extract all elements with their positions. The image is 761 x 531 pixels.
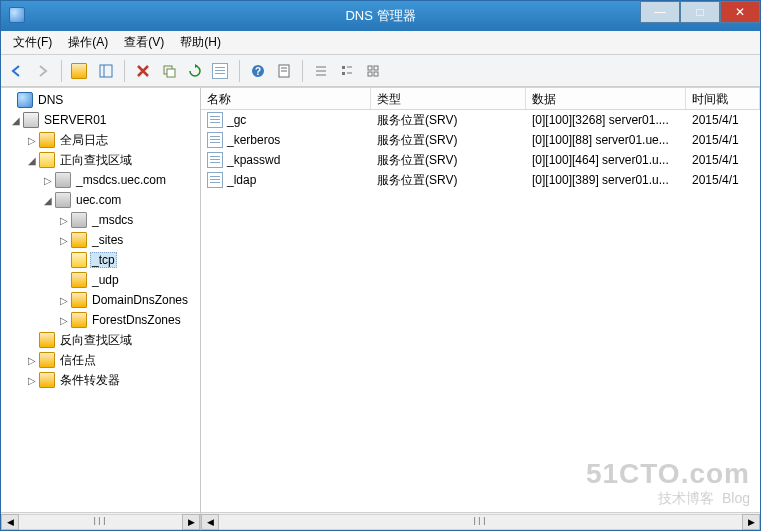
up-button[interactable]	[68, 59, 92, 83]
minimize-icon: —	[654, 5, 666, 19]
cell-ts: 2015/4/1	[686, 153, 760, 167]
scroll-left-button[interactable]: ◀	[1, 514, 19, 530]
tree-node-fwd-zone[interactable]: ◢正向查找区域	[1, 150, 200, 170]
tree-node-msdcs[interactable]: ▷_msdcs	[1, 210, 200, 230]
dns-icon	[17, 92, 33, 108]
tree-view[interactable]: DNS ◢SERVER01 ▷全局日志 ◢正向查找区域 ▷_msdcs.uec.…	[1, 88, 200, 512]
cell-name: _kerberos	[201, 132, 371, 148]
tree-node-global-log[interactable]: ▷全局日志	[1, 130, 200, 150]
cell-data: [0][100][389] server01.u...	[526, 173, 686, 187]
tree-node-tcp[interactable]: _tcp	[1, 250, 200, 270]
twister-icon[interactable]: ◢	[25, 155, 39, 166]
help-button[interactable]: ?	[246, 59, 270, 83]
menu-action[interactable]: 操作(A)	[62, 32, 114, 53]
twister-icon[interactable]: ▷	[57, 235, 71, 246]
cell-data: [0][100][88] server01.ue...	[526, 133, 686, 147]
tree-label: 信任点	[58, 352, 98, 369]
cell-type: 服务位置(SRV)	[371, 112, 526, 129]
menu-help[interactable]: 帮助(H)	[174, 32, 227, 53]
tree-label: _sites	[90, 233, 125, 247]
title-bar[interactable]: DNS 管理器 — □ ✕	[1, 1, 760, 31]
folder-icon	[39, 332, 55, 348]
tree-node-rev-zone[interactable]: 反向查找区域	[1, 330, 200, 350]
forward-arrow-icon	[36, 64, 50, 78]
svg-rect-16	[368, 66, 372, 70]
view-tiles-button[interactable]	[361, 59, 385, 83]
twister-icon[interactable]: ◢	[41, 195, 55, 206]
cell-ts: 2015/4/1	[686, 173, 760, 187]
twister-icon[interactable]: ▷	[57, 315, 71, 326]
record-icon	[207, 112, 223, 128]
scroll-right-button[interactable]: ▶	[182, 514, 200, 530]
server-icon	[23, 112, 39, 128]
copy-button[interactable]	[157, 59, 181, 83]
cell-type: 服务位置(SRV)	[371, 172, 526, 189]
tree-node-trust[interactable]: ▷信任点	[1, 350, 200, 370]
list-rows[interactable]: _gc服务位置(SRV)[0][100][3268] server01....2…	[201, 110, 760, 512]
tree-node-sites[interactable]: ▷_sites	[1, 230, 200, 250]
table-row[interactable]: _kpasswd服务位置(SRV)[0][100][464] server01.…	[201, 150, 760, 170]
svg-rect-3	[167, 69, 175, 77]
minimize-button[interactable]: —	[640, 1, 680, 23]
scroll-right-button[interactable]: ▶	[742, 514, 760, 530]
folder-open-icon	[39, 152, 55, 168]
zone-icon	[55, 172, 71, 188]
back-button[interactable]	[5, 59, 29, 83]
tree-node-udp[interactable]: _udp	[1, 270, 200, 290]
scroll-track[interactable]: III	[19, 514, 182, 530]
column-header-type[interactable]: 类型	[371, 88, 526, 109]
maximize-button[interactable]: □	[680, 1, 720, 23]
twister-icon[interactable]: ▷	[25, 135, 39, 146]
table-row[interactable]: _ldap服务位置(SRV)[0][100][389] server01.u..…	[201, 170, 760, 190]
refresh-button[interactable]	[183, 59, 207, 83]
menu-view[interactable]: 查看(V)	[118, 32, 170, 53]
view-list-button[interactable]	[309, 59, 333, 83]
toolbar-separator	[61, 60, 62, 82]
column-header-data[interactable]: 数据	[526, 88, 686, 109]
twister-icon[interactable]: ◢	[9, 115, 23, 126]
delete-button[interactable]	[131, 59, 155, 83]
export-icon	[212, 63, 228, 79]
tree-node-domaindnszones[interactable]: ▷DomainDnsZones	[1, 290, 200, 310]
twister-icon[interactable]: ▷	[25, 375, 39, 386]
back-arrow-icon	[10, 64, 24, 78]
twister-icon[interactable]: ▷	[57, 215, 71, 226]
up-folder-icon	[71, 63, 87, 79]
window-frame: DNS 管理器 — □ ✕ 文件(F) 操作(A) 查看(V) 帮助(H) ?	[0, 0, 761, 531]
svg-rect-0	[100, 65, 112, 77]
svg-rect-18	[368, 72, 372, 76]
column-header-ts[interactable]: 时间戳	[686, 88, 760, 109]
tree-label: 反向查找区域	[58, 332, 134, 349]
svg-text:?: ?	[255, 66, 261, 77]
twister-icon[interactable]: ▷	[25, 355, 39, 366]
tree-node-forestdnszones[interactable]: ▷ForestDnsZones	[1, 310, 200, 330]
column-header-name[interactable]: 名称	[201, 88, 371, 109]
export-button[interactable]	[209, 59, 233, 83]
tree-node-root[interactable]: DNS	[1, 90, 200, 110]
tree-hscroll[interactable]: ◀ III ▶	[1, 512, 200, 530]
forward-button[interactable]	[31, 59, 55, 83]
properties-button[interactable]	[272, 59, 296, 83]
tree-label: SERVER01	[42, 113, 108, 127]
table-row[interactable]: _gc服务位置(SRV)[0][100][3268] server01....2…	[201, 110, 760, 130]
close-button[interactable]: ✕	[720, 1, 760, 23]
toolbar-separator	[302, 60, 303, 82]
view-details-button[interactable]	[335, 59, 359, 83]
scroll-track[interactable]: III	[219, 514, 742, 530]
zone-icon	[55, 192, 71, 208]
tree-label: _msdcs.uec.com	[74, 173, 168, 187]
table-row[interactable]: _kerberos服务位置(SRV)[0][100][88] server01.…	[201, 130, 760, 150]
tree-node-server[interactable]: ◢SERVER01	[1, 110, 200, 130]
tree-node-msdcs-uec[interactable]: ▷_msdcs.uec.com	[1, 170, 200, 190]
list-hscroll[interactable]: ◀ III ▶	[201, 512, 760, 530]
scroll-left-button[interactable]: ◀	[201, 514, 219, 530]
menu-bar: 文件(F) 操作(A) 查看(V) 帮助(H)	[1, 31, 760, 55]
panel-button[interactable]	[94, 59, 118, 83]
twister-icon[interactable]: ▷	[41, 175, 55, 186]
window-controls: — □ ✕	[640, 1, 760, 23]
help-icon: ?	[251, 64, 265, 78]
menu-file[interactable]: 文件(F)	[7, 32, 58, 53]
tree-node-uec[interactable]: ◢uec.com	[1, 190, 200, 210]
tree-node-cond-fwd[interactable]: ▷条件转发器	[1, 370, 200, 390]
twister-icon[interactable]: ▷	[57, 295, 71, 306]
